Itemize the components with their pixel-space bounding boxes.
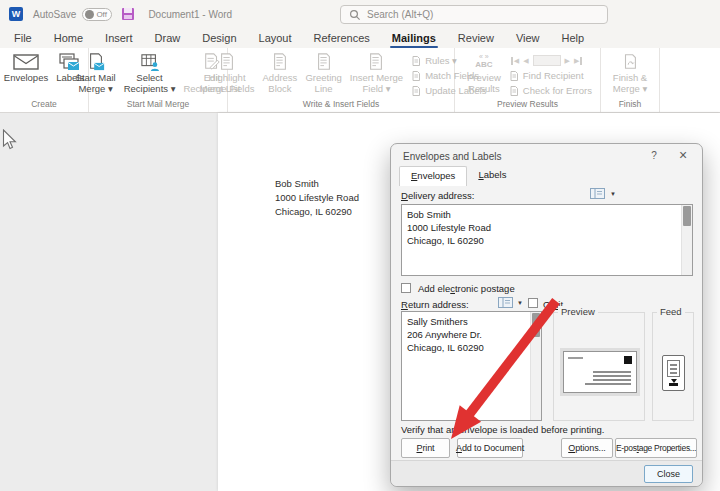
check-for-errors-button[interactable]: Check for Errors	[509, 83, 592, 98]
greeting-line-button[interactable]: Greeting Line	[301, 51, 345, 96]
autosave-state: Off	[96, 10, 107, 19]
tab-draw[interactable]: Draw	[153, 28, 183, 48]
group-label-preview-results: Preview Results	[455, 99, 600, 112]
preview-results-button[interactable]: « » ABC Preview Results	[463, 51, 505, 96]
sender-lines-icon	[568, 357, 583, 359]
return-address-label: Return address:	[401, 299, 469, 310]
epostage-properties-button[interactable]: E-postage Properties...	[615, 438, 697, 458]
ribbon: Envelopes Labels Create Start Mail Merge…	[0, 48, 720, 113]
preview-group-label: Preview	[558, 306, 598, 317]
start-mail-merge-icon	[86, 53, 106, 71]
tab-file[interactable]: File	[12, 28, 34, 48]
first-record-icon[interactable]: ◀	[511, 57, 519, 65]
dialog-tab-envelopes[interactable]: Envelopes	[399, 166, 467, 186]
insert-merge-field-button[interactable]: Insert Merge Field ▾	[346, 51, 407, 96]
address-block-icon	[270, 53, 290, 71]
feed-group-label: Feed	[657, 306, 685, 317]
find-recipient-icon	[509, 71, 519, 81]
check-for-errors-icon	[509, 86, 519, 96]
search-icon	[349, 9, 361, 21]
return-address-book-icon[interactable]	[498, 297, 513, 308]
envelopes-button[interactable]: Envelopes	[0, 51, 52, 86]
delivery-address-value: Bob Smith 1000 Lifestyle Road Chicago, I…	[407, 208, 491, 247]
envelope-preview-graphic	[563, 351, 637, 393]
dialog-title: Envelopes and Labels	[403, 151, 501, 162]
dialog-tabs: Envelopes Labels	[399, 166, 517, 186]
delivery-address-label: Delivery address:	[401, 190, 474, 201]
start-mail-merge-button[interactable]: Start Mail Merge ▾	[72, 51, 120, 96]
autosave-label: AutoSave	[33, 9, 76, 20]
highlight-merge-fields-button[interactable]: Highlight Merge Fields	[196, 51, 259, 96]
delivery-address-input[interactable]: Bob Smith 1000 Lifestyle Road Chicago, I…	[401, 204, 693, 276]
address-block-button[interactable]: Address Block	[259, 51, 302, 96]
tab-design[interactable]: Design	[200, 28, 238, 48]
next-record-icon[interactable]: ▶	[565, 57, 570, 65]
return-scrollbar[interactable]	[530, 312, 541, 420]
add-electronic-postage-label: Add electronic postage	[418, 283, 515, 294]
delivery-address-book-icon[interactable]	[590, 188, 605, 199]
select-recipients-icon	[140, 53, 160, 71]
ribbon-group-finish: Finish & Merge ▾ Finish	[601, 48, 660, 112]
document-title: Document1 - Word	[148, 9, 232, 20]
word-window: W AutoSave Off Document1 - Word File Hom…	[0, 0, 720, 491]
word-logo-icon: W	[9, 7, 23, 21]
return-address-dropdown-icon[interactable]: ▼	[517, 300, 523, 306]
update-labels-icon	[411, 86, 421, 96]
delivery-scrollbar[interactable]	[681, 205, 692, 275]
dialog-footer: Close	[391, 460, 702, 486]
mouse-cursor-icon	[2, 129, 17, 150]
envelope-icon	[13, 53, 39, 71]
last-record-icon[interactable]: ▶	[574, 57, 582, 65]
previous-record-icon[interactable]: ◀	[523, 57, 528, 65]
close-button[interactable]: Close	[644, 465, 693, 483]
title-bar: W AutoSave Off Document1 - Word	[0, 0, 720, 28]
insert-merge-field-icon	[366, 53, 386, 71]
search-box[interactable]	[340, 5, 608, 24]
tab-references[interactable]: References	[312, 28, 372, 48]
rules-icon	[411, 56, 421, 66]
dialog-help-button[interactable]: ?	[647, 150, 661, 161]
tab-insert[interactable]: Insert	[103, 28, 135, 48]
omit-checkbox[interactable]	[528, 298, 538, 308]
dialog-tab-labels[interactable]: Labels	[467, 166, 517, 186]
record-navigator: ◀ ◀ ▶ ▶	[509, 53, 592, 68]
tab-layout[interactable]: Layout	[257, 28, 294, 48]
return-address-value: Sally Smithers 206 Anywhere Dr. Chicago,…	[407, 315, 484, 354]
stamp-icon	[624, 356, 632, 364]
search-input[interactable]	[367, 9, 567, 20]
tab-mailings[interactable]: Mailings	[390, 28, 438, 48]
finish-merge-icon	[620, 53, 640, 71]
tab-help[interactable]: Help	[560, 28, 587, 48]
greeting-line-icon	[314, 53, 334, 71]
select-recipients-button[interactable]: Select Recipients ▾	[120, 51, 180, 96]
group-label-write-insert: Write & Insert Fields	[228, 99, 454, 112]
finish-merge-button[interactable]: Finish & Merge ▾	[609, 51, 651, 96]
add-electronic-postage-checkbox[interactable]	[401, 283, 411, 293]
tab-review[interactable]: Review	[456, 28, 496, 48]
add-to-document-button[interactable]: Add to Document	[457, 438, 523, 458]
find-recipient-button[interactable]: Find Recipient	[509, 68, 592, 83]
verify-text: Verify that an envelope is loaded before…	[401, 424, 604, 435]
return-address-input[interactable]: Sally Smithers 206 Anywhere Dr. Chicago,…	[401, 311, 542, 421]
tab-view[interactable]: View	[514, 28, 542, 48]
print-button[interactable]: Print	[401, 438, 450, 458]
toggle-knob-icon	[85, 10, 94, 19]
dialog-close-icon[interactable]: ×	[675, 147, 691, 163]
delivery-address-dropdown-icon[interactable]: ▼	[610, 191, 616, 197]
group-label-create: Create	[0, 99, 88, 112]
preview-results-icon: « » ABC	[475, 53, 492, 71]
highlight-merge-fields-icon	[217, 53, 237, 71]
group-label-start-mail-merge: Start Mail Merge	[89, 99, 227, 112]
tab-home[interactable]: Home	[52, 28, 85, 48]
save-icon[interactable]	[122, 8, 134, 20]
group-label-finish: Finish	[601, 99, 659, 112]
ribbon-group-write-insert: Highlight Merge Fields Address Block Gre…	[228, 48, 455, 112]
record-number-input[interactable]	[533, 55, 561, 66]
envelopes-and-labels-dialog: Envelopes and Labels ? × Envelopes Label…	[390, 143, 703, 487]
feed-orientation-icon	[662, 355, 685, 391]
match-fields-icon	[411, 71, 421, 81]
document-address-text: Bob Smith 1000 Lifestyle Road Chicago, I…	[275, 177, 359, 219]
options-button[interactable]: Options...	[561, 438, 613, 458]
autosave-toggle[interactable]: Off	[82, 8, 112, 21]
ribbon-tab-bar: File Home Insert Draw Design Layout Refe…	[0, 28, 720, 48]
